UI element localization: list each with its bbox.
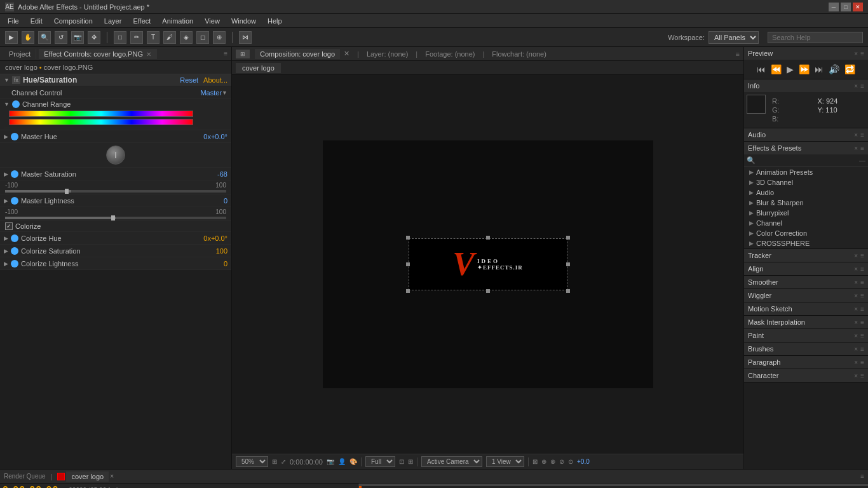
- zoom-fit-icon[interactable]: ⊞: [272, 458, 277, 465]
- brushes-menu[interactable]: ≡: [860, 346, 864, 353]
- prev-audio[interactable]: 🔊: [829, 64, 839, 74]
- quality-dropdown[interactable]: Full: [365, 456, 395, 467]
- preview-close[interactable]: ×: [854, 50, 858, 57]
- paint-menu[interactable]: ≡: [860, 332, 864, 339]
- colorize-sat-value[interactable]: 100: [216, 247, 227, 255]
- master-sat-arrow[interactable]: ▶: [4, 171, 8, 177]
- safe-icon[interactable]: ⊕: [541, 458, 546, 465]
- master-sat-value[interactable]: -68: [217, 170, 227, 178]
- handle-tc[interactable]: [486, 236, 490, 240]
- selected-layer[interactable]: V IDEO ✦EFFECTS.IR: [409, 238, 567, 290]
- tab-effect-controls[interactable]: Effect Controls: cover logo.PNG ✕: [39, 49, 157, 59]
- handle-mr[interactable]: [566, 262, 570, 266]
- timecode-display[interactable]: 0:00:00:00: [3, 485, 58, 489]
- character-menu[interactable]: ≡: [860, 372, 864, 379]
- prev-back[interactable]: ⏪: [771, 64, 782, 74]
- effects-presets-close[interactable]: ×: [854, 145, 858, 152]
- smoother-menu[interactable]: ≡: [860, 279, 864, 286]
- tool-arrow[interactable]: ▶: [5, 31, 18, 44]
- tool-mask[interactable]: □: [114, 31, 126, 44]
- comp-panel-menu[interactable]: ≡: [736, 50, 740, 58]
- channel-range-arrow[interactable]: ▼: [4, 101, 10, 107]
- menu-view[interactable]: View: [200, 16, 225, 26]
- paragraph-menu[interactable]: ≡: [860, 359, 864, 366]
- minimize-button[interactable]: ─: [829, 3, 839, 11]
- color-icon[interactable]: 🎨: [349, 458, 357, 465]
- effect-item-blur-sharpen[interactable]: ▶ Blur & Sharpen: [744, 198, 868, 208]
- render-icon[interactable]: ⊙: [568, 458, 573, 465]
- tracker-menu[interactable]: ≡: [860, 252, 864, 259]
- render-queue-tab[interactable]: Render Queue: [4, 473, 46, 480]
- paint-close[interactable]: ×: [854, 332, 858, 339]
- character-close[interactable]: ×: [854, 372, 858, 379]
- tool-eraser[interactable]: ◻: [196, 31, 209, 44]
- timeline-tab-close[interactable]: ×: [110, 473, 114, 480]
- colorize-sat-arrow[interactable]: ▶: [4, 248, 8, 254]
- work-area-bar[interactable]: [359, 484, 868, 486]
- tool-text[interactable]: T: [147, 31, 159, 44]
- menu-window[interactable]: Window: [226, 16, 261, 26]
- menu-file[interactable]: File: [3, 16, 24, 26]
- about-button[interactable]: About...: [203, 76, 227, 84]
- reset-button[interactable]: Reset: [180, 76, 198, 84]
- comp-tab-close[interactable]: ✕: [344, 50, 349, 58]
- camera-icon[interactable]: 📷: [327, 458, 334, 465]
- effect-item-animation-presets[interactable]: ▶ Animation Presets: [744, 167, 868, 177]
- composition-canvas[interactable]: V IDEO ✦EFFECTS.IR: [323, 140, 653, 388]
- align-menu[interactable]: ≡: [860, 266, 864, 273]
- menu-composition[interactable]: Composition: [49, 16, 98, 26]
- tool-camera[interactable]: 📷: [71, 31, 84, 44]
- wiggler-menu[interactable]: ≡: [860, 292, 864, 299]
- colorize-hue-value[interactable]: 0x+0.0°: [203, 234, 227, 242]
- tool-rotate[interactable]: ↺: [55, 31, 67, 44]
- menu-help[interactable]: Help: [262, 16, 287, 26]
- tool-brush[interactable]: 🖌: [163, 31, 176, 44]
- menu-edit[interactable]: Edit: [25, 16, 48, 26]
- handle-bl[interactable]: [406, 289, 410, 293]
- audio-close[interactable]: ×: [854, 132, 858, 139]
- colorize-light-arrow[interactable]: ▶: [4, 261, 8, 267]
- info-menu[interactable]: ≡: [860, 83, 864, 90]
- grid-icon[interactable]: ⊞: [408, 458, 413, 465]
- tracker-close[interactable]: ×: [854, 252, 858, 259]
- tool-stamp[interactable]: ◈: [180, 31, 193, 44]
- effect-item-crosssphere[interactable]: ▶ CROSSSPHERE: [744, 238, 868, 248]
- align-close[interactable]: ×: [854, 266, 858, 273]
- effect-item-audio[interactable]: ▶ Audio: [744, 187, 868, 198]
- window-controls[interactable]: ─ □ ✕: [829, 3, 863, 11]
- view-dropdown[interactable]: 1 View: [486, 456, 524, 467]
- paragraph-close[interactable]: ×: [854, 359, 858, 366]
- effect-item-blurrypixel[interactable]: ▶ Blurrypixel: [744, 208, 868, 218]
- search-clear[interactable]: —: [859, 157, 865, 164]
- effect-item-3d-channel[interactable]: ▶ 3D Channel: [744, 177, 868, 187]
- channel-control-value[interactable]: Master: [200, 89, 222, 97]
- master-hue-arrow[interactable]: ▶: [4, 133, 8, 140]
- timecode-display[interactable]: 0:00:00:00: [290, 458, 323, 466]
- workspace-dropdown[interactable]: All Panels: [709, 31, 759, 44]
- layer-icon[interactable]: ⊘: [559, 458, 564, 465]
- tool-pen[interactable]: ✏: [130, 31, 143, 44]
- colorize-checkbox[interactable]: ✓: [5, 222, 13, 230]
- colorize-hue-arrow[interactable]: ▶: [4, 235, 8, 241]
- snap-icon[interactable]: ⊠: [532, 458, 538, 465]
- colorize-light-value[interactable]: 0: [224, 260, 227, 268]
- handle-bc[interactable]: [486, 289, 490, 293]
- motion-sketch-close[interactable]: ×: [854, 306, 858, 313]
- mask-interp-menu[interactable]: ≡: [860, 319, 864, 326]
- camera-dropdown[interactable]: Active Camera: [421, 456, 482, 467]
- maximize-button[interactable]: □: [841, 3, 851, 11]
- mask-interp-close[interactable]: ×: [854, 319, 858, 326]
- master-hue-value[interactable]: 0x+0.0°: [203, 133, 227, 140]
- motion-sketch-menu[interactable]: ≡: [860, 306, 864, 313]
- prev-first[interactable]: ⏮: [757, 64, 766, 74]
- effect-item-channel[interactable]: ▶ Channel: [744, 218, 868, 228]
- smoother-close[interactable]: ×: [854, 279, 858, 286]
- sat-track[interactable]: [5, 190, 226, 193]
- comp-tab-active[interactable]: Composition: cover logo: [255, 49, 340, 59]
- timeline-menu[interactable]: ≡: [860, 473, 864, 480]
- handle-br[interactable]: [566, 289, 570, 293]
- master-light-arrow[interactable]: ▶: [4, 198, 8, 204]
- effects-presets-menu[interactable]: ≡: [860, 145, 864, 152]
- close-button[interactable]: ✕: [853, 3, 863, 11]
- menu-effect[interactable]: Effect: [128, 16, 156, 26]
